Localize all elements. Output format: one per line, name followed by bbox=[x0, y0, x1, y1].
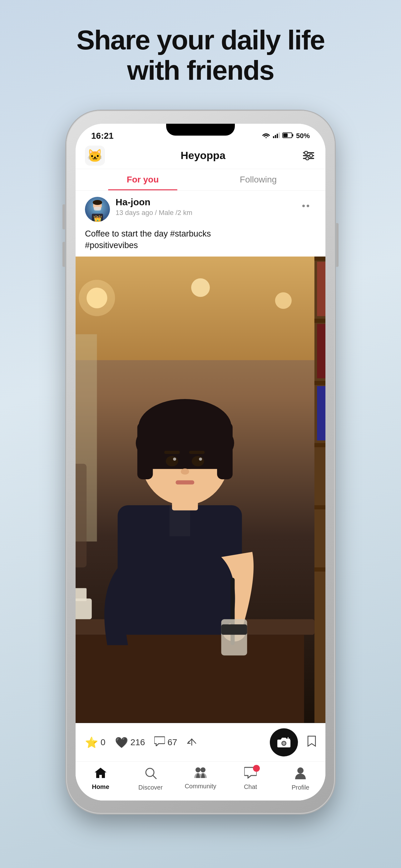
svg-point-11 bbox=[304, 151, 308, 154]
post-container: 👑 Ha-joon 13 days ago / Male /2 km Coffe… bbox=[75, 191, 326, 801]
svg-point-85 bbox=[282, 742, 286, 745]
svg-point-12 bbox=[309, 154, 312, 157]
post-image-svg bbox=[75, 256, 326, 723]
nav-community[interactable]: Community bbox=[175, 767, 226, 791]
power-button bbox=[336, 223, 338, 267]
svg-rect-2 bbox=[275, 135, 276, 138]
svg-rect-7 bbox=[283, 133, 288, 137]
community-icon bbox=[194, 767, 207, 781]
svg-point-76 bbox=[173, 458, 176, 461]
wifi-icon bbox=[262, 132, 270, 140]
post-header: 👑 Ha-joon 13 days ago / Male /2 km bbox=[75, 191, 326, 228]
post-image bbox=[75, 256, 326, 723]
camera-icon bbox=[277, 737, 291, 748]
profile-icon bbox=[295, 767, 306, 782]
svg-rect-59 bbox=[75, 599, 92, 619]
nav-community-label: Community bbox=[185, 783, 216, 790]
svg-rect-35 bbox=[317, 262, 326, 316]
svg-point-19 bbox=[302, 205, 305, 207]
svg-rect-1 bbox=[273, 136, 274, 138]
nav-discover[interactable]: Discover bbox=[126, 767, 175, 791]
comment-icon bbox=[154, 736, 165, 749]
svg-point-25 bbox=[191, 278, 210, 297]
app-header: 🐱 Heyoppa bbox=[75, 143, 326, 169]
crown-badge: 👑 bbox=[93, 215, 102, 222]
nav-profile-label: Profile bbox=[292, 784, 309, 791]
tabs-bar: For you Following bbox=[75, 169, 326, 191]
svg-rect-22 bbox=[75, 256, 326, 360]
svg-point-92 bbox=[297, 767, 304, 774]
share-button[interactable] bbox=[187, 736, 197, 748]
svg-rect-82 bbox=[75, 464, 87, 567]
settings-icon[interactable] bbox=[301, 148, 316, 163]
svg-point-75 bbox=[192, 456, 204, 466]
nav-profile[interactable]: Profile bbox=[275, 767, 326, 791]
notch bbox=[166, 124, 235, 135]
svg-point-77 bbox=[199, 458, 202, 461]
volume-down-button bbox=[63, 242, 65, 267]
svg-point-20 bbox=[307, 205, 309, 207]
bottom-nav: Home Discover bbox=[75, 762, 326, 801]
svg-point-13 bbox=[306, 157, 309, 160]
volume-up-button bbox=[63, 204, 65, 229]
chat-notification-badge bbox=[253, 765, 260, 772]
svg-point-0 bbox=[265, 137, 267, 138]
svg-rect-72 bbox=[137, 423, 153, 479]
star-count: 0 bbox=[101, 737, 106, 747]
svg-point-90 bbox=[196, 767, 201, 772]
nav-home-label: Home bbox=[92, 783, 109, 790]
bookmark-button[interactable] bbox=[307, 736, 316, 749]
heart-icon: 🖤 bbox=[115, 736, 128, 749]
heart-count: 216 bbox=[131, 737, 145, 747]
svg-rect-30 bbox=[314, 319, 326, 323]
nav-home[interactable]: Home bbox=[75, 767, 126, 791]
chat-icon bbox=[244, 767, 257, 781]
post-more-button[interactable] bbox=[299, 197, 316, 213]
svg-point-26 bbox=[275, 292, 292, 309]
avatar: 👑 bbox=[85, 197, 110, 222]
tab-for-you[interactable]: For you bbox=[85, 169, 201, 190]
star-button[interactable]: ⭐ 0 bbox=[85, 736, 106, 749]
post-actions: ⭐ 0 🖤 216 67 bbox=[75, 723, 326, 762]
svg-rect-66 bbox=[221, 625, 247, 635]
svg-line-89 bbox=[153, 776, 156, 779]
comment-count: 67 bbox=[167, 737, 177, 747]
phone-mockup: 16:21 bbox=[66, 111, 335, 814]
svg-rect-78 bbox=[164, 451, 180, 454]
tab-following[interactable]: Following bbox=[201, 169, 316, 190]
svg-point-24 bbox=[79, 280, 115, 316]
home-icon bbox=[94, 767, 107, 781]
svg-point-74 bbox=[166, 456, 178, 466]
svg-rect-32 bbox=[314, 443, 326, 447]
share-icon bbox=[187, 736, 197, 748]
nav-chat[interactable]: Chat bbox=[226, 767, 275, 791]
app-title: Heyoppa bbox=[180, 149, 226, 161]
svg-rect-31 bbox=[314, 381, 326, 385]
star-icon: ⭐ bbox=[85, 736, 98, 749]
svg-rect-43 bbox=[317, 324, 326, 378]
svg-rect-18 bbox=[94, 207, 101, 211]
svg-point-91 bbox=[201, 767, 205, 772]
status-time: 16:21 bbox=[91, 131, 114, 141]
svg-rect-29 bbox=[314, 256, 326, 260]
post-user-info: Ha-joon 13 days ago / Male /2 km bbox=[115, 197, 293, 217]
svg-rect-3 bbox=[277, 134, 278, 138]
svg-rect-33 bbox=[314, 505, 326, 509]
svg-rect-81 bbox=[175, 480, 194, 485]
heart-button[interactable]: 🖤 216 bbox=[115, 736, 145, 749]
svg-rect-58 bbox=[75, 635, 304, 723]
svg-rect-87 bbox=[286, 739, 290, 740]
headline-line1: Share your daily life bbox=[76, 24, 325, 55]
camera-fab-button[interactable] bbox=[270, 728, 298, 756]
svg-point-16 bbox=[93, 200, 102, 205]
headline: Share your daily life with friends bbox=[60, 25, 341, 86]
status-icons: 50% bbox=[262, 132, 310, 140]
svg-rect-50 bbox=[317, 386, 326, 440]
nav-chat-label: Chat bbox=[244, 783, 257, 790]
battery-icon bbox=[282, 132, 294, 140]
post-username: Ha-joon bbox=[115, 197, 293, 208]
nav-discover-label: Discover bbox=[138, 784, 163, 791]
comment-button[interactable]: 67 bbox=[154, 736, 177, 749]
svg-rect-60 bbox=[75, 588, 87, 601]
battery-percent: 50% bbox=[296, 132, 310, 140]
